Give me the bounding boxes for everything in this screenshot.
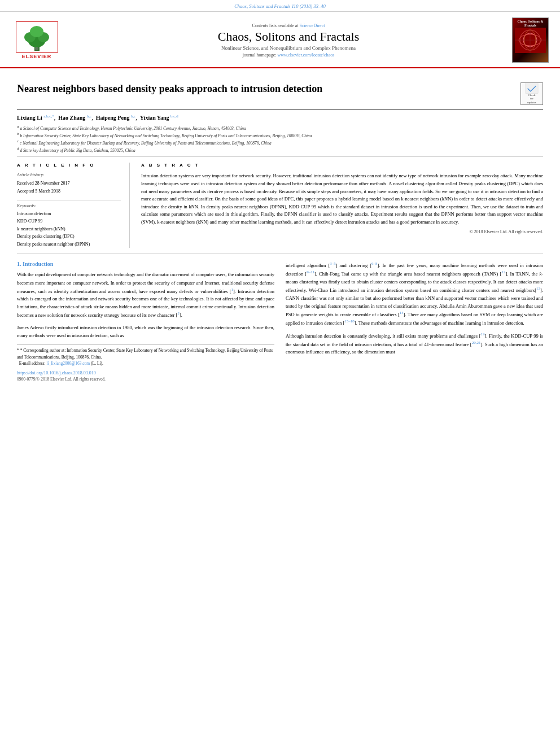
homepage-link[interactable]: www.elsevier.com/locate/chaos (277, 53, 334, 58)
author-haipeng-sup: b,c (131, 114, 135, 119)
ref-19: 19 (481, 332, 485, 337)
author-yixian: Yixian Yang (140, 115, 169, 121)
right-para-1: intelligent algorithm [3–5] and clusteri… (286, 261, 543, 326)
right-para-2: Although intrusion detection is constant… (286, 331, 543, 356)
main-content: Nearest neighbors based density peaks ap… (0, 68, 560, 387)
doi-link[interactable]: https://doi.org/10.1016/j.chaos.2018.03.… (17, 370, 96, 375)
ref-6-8: 6–8 (371, 261, 378, 266)
cover-image-icon (515, 28, 546, 53)
body-two-columns: 1. Introduction With the rapid developme… (17, 254, 543, 382)
authors-line: Lixiang Li a,b,c,*, Hao Zhang b,c, Haipe… (17, 113, 543, 122)
journal-homepage: journal homepage: www.elsevier.com/locat… (73, 53, 504, 58)
abstract-text: Intrusion detection systems are very imp… (141, 172, 543, 226)
ref-2: 2 (177, 311, 180, 316)
author-hao: Hao Zhang (58, 115, 85, 121)
ref-1: 1 (231, 287, 233, 292)
received-date: Received 28 November 2017 (17, 180, 121, 187)
article-info-abstract-section: A R T I C L E I N F O Article history: R… (17, 157, 543, 254)
copyright-line: © 2018 Elsevier Ltd. All rights reserved… (141, 229, 543, 234)
keywords-label: Keywords: (17, 203, 121, 208)
science-direct-link[interactable]: ScienceDirect (300, 23, 325, 28)
affiliations: a a School of Computer Science and Techn… (17, 124, 543, 154)
author-hao-sup: b,c (87, 114, 91, 119)
keyword-4: Density peaks clustering (DPC) (17, 233, 121, 241)
affiliation-a: a a School of Computer Science and Techn… (17, 124, 543, 132)
citation-text: Chaos, Solitons and Fractals 110 (2018) … (234, 3, 326, 9)
ref-14: 14 (400, 311, 404, 315)
intro-heading: 1. Introduction (17, 261, 274, 267)
article-info-label: A R T I C L E I N F O (17, 163, 121, 168)
ref-12: 12 (501, 270, 505, 274)
accepted-date: Accepted 5 March 2018 (17, 187, 121, 195)
intro-para-1: With the rapid development of computer n… (17, 270, 274, 319)
keyword-5: Density peaks nearest neighbor (DPNN) (17, 241, 121, 248)
svg-point-4 (30, 26, 43, 37)
svg-rect-14 (526, 83, 538, 94)
keyword-3: k-nearest neighbors (kNN) (17, 225, 121, 233)
abstract-section-label: A B S T R A C T (141, 163, 543, 168)
ref-9-11: 9–11 (307, 270, 314, 274)
affiliation-b: b b Information Security Center, State K… (17, 132, 543, 139)
contents-available-text: Contents lists available at ScienceDirec… (73, 23, 504, 28)
keyword-1: Intrusion detection (17, 210, 121, 218)
elsevier-brand-text: ELSEVIER (22, 54, 52, 59)
author-yixian-sup: b,c,d (170, 114, 178, 119)
email-link[interactable]: li_lixiang2006@163.com (47, 361, 90, 366)
keywords-list: Intrusion detection KDD-CUP 99 k-nearest… (17, 210, 121, 248)
history-label: Article history: (17, 172, 121, 177)
check-badge: Checkforupdates (520, 82, 543, 105)
affiliation-c: c c National Engineering Laboratory for … (17, 139, 543, 146)
abstract-column: A B S T R A C T Intrusion detection syst… (141, 163, 543, 248)
author-haipeng: Haipeng Peng (96, 115, 130, 121)
journal-citation-bar: Chaos, Solitons and Fractals 110 (2018) … (0, 0, 560, 12)
ref-15-18: 15–18 (344, 319, 355, 324)
journal-cover-image: Chaos, Solitons & Fractals (512, 18, 549, 63)
check-badge-text: Checkforupdates (527, 94, 536, 105)
journal-title-block: Contents lists available at ScienceDirec… (73, 23, 504, 58)
author-lixiang: Lixiang Li (17, 115, 42, 121)
authors-section: Lixiang Li a,b,c,*, Hao Zhang b,c, Haipe… (17, 110, 543, 157)
journal-subtitle: Nonlinear Science, and Nonequilibrium an… (73, 45, 504, 51)
author-lixiang-sup: a,b,c,* (43, 114, 54, 119)
affiliation-d: d d State key Laboratory of Public Big D… (17, 146, 543, 154)
body-right-col: intelligent algorithm [3–5] and clusteri… (286, 261, 543, 382)
elsevier-logo: ELSEVIER (11, 21, 62, 59)
footnote-email: E-mail address: li_lixiang2006@163.com (… (17, 360, 274, 366)
article-info-column: A R T I C L E I N F O Article history: R… (17, 163, 130, 248)
svg-point-5 (35, 47, 38, 50)
footnote-section: * * Corresponding author at: Information… (17, 344, 274, 366)
check-updates-icon (523, 83, 540, 94)
ref-20-21: 20,21 (472, 340, 481, 345)
issn-text: 0960-0779/© 2018 Elsevier Ltd. All right… (17, 377, 274, 382)
intro-para-2: James Aderso firstly introduced intrusio… (17, 324, 274, 339)
page-container: Chaos, Solitons and Fractals 110 (2018) … (0, 0, 560, 747)
elsevier-tree-icon (16, 21, 58, 53)
journal-main-title: Chaos, Solitons and Fractals (73, 29, 504, 44)
keyword-2: KDD-CUP 99 (17, 217, 121, 225)
article-header: Nearest neighbors based density peaks ap… (17, 77, 543, 110)
footnote-corresponding: * * Corresponding author at: Information… (17, 347, 274, 360)
ref-13: 13 (536, 286, 540, 291)
article-dates: Received 28 November 2017 Accepted 5 Mar… (17, 180, 121, 195)
body-left-col: 1. Introduction With the rapid developme… (17, 261, 274, 382)
doi-section: https://doi.org/10.1016/j.chaos.2018.03.… (17, 370, 274, 382)
journal-banner: ELSEVIER Contents lists available at Sci… (0, 12, 560, 68)
ref-3-5: 3–5 (330, 261, 336, 266)
cover-title-text: Chaos, Solitons & Fractals (514, 20, 547, 28)
article-title: Nearest neighbors based density peaks ap… (17, 82, 512, 95)
